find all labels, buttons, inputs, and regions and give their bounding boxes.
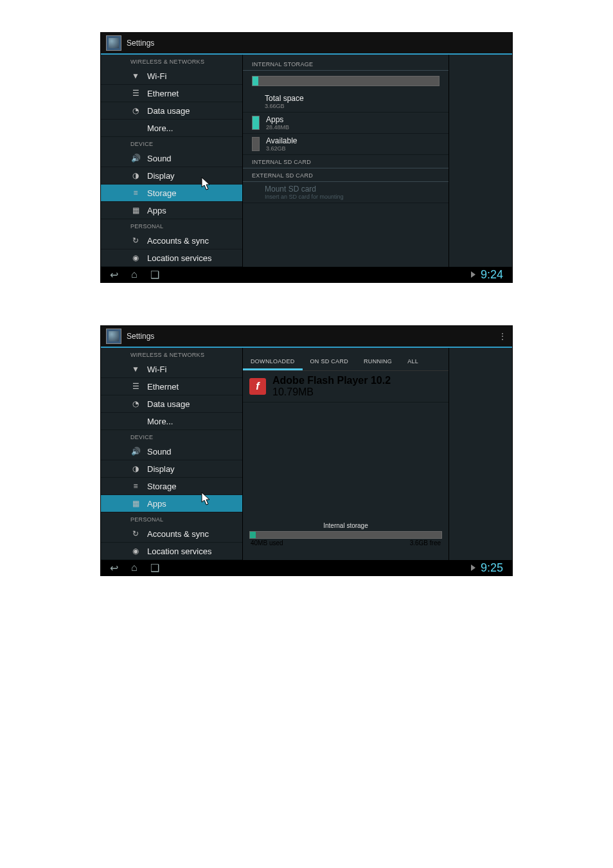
flash-icon: f <box>249 378 266 395</box>
sidebar-item-more[interactable]: More... <box>101 413 242 430</box>
apps-tabs: DOWNLOADEDON SD CARDRUNNINGALL <box>243 354 449 371</box>
sidebar-item-wifi[interactable]: ▼Wi-Fi <box>101 68 242 85</box>
sidebar-item-apps[interactable]: ▦Apps <box>101 495 242 512</box>
apps-icon: ▦ <box>130 498 141 509</box>
sidebar-item-label: Wi-Fi <box>147 365 166 374</box>
storage-icon: ≡ <box>130 188 141 198</box>
sidebar-item-eth[interactable]: ☰Ethernet <box>101 378 242 395</box>
sidebar-item-label: Sound <box>147 447 172 457</box>
section-header-external-sd: EXTERNAL SD CARD <box>243 168 449 182</box>
sidebar-category: WIRELESS & NETWORKS <box>101 55 242 68</box>
settings-sidebar: WIRELESS & NETWORKS▼Wi-Fi☰Ethernet◔Data … <box>101 348 243 560</box>
sidebar-item-label: Sound <box>147 154 172 163</box>
sidebar-item-more[interactable]: More... <box>101 120 242 137</box>
display-icon: ◑ <box>130 464 141 474</box>
sidebar-category: DEVICE <box>101 430 242 443</box>
back-button[interactable]: ↩ <box>110 269 118 281</box>
data-icon: ◔ <box>130 105 141 116</box>
storage-row-mount-sd: Mount SD cardInsert an SD card for mount… <box>243 182 449 203</box>
recents-button[interactable]: ❑ <box>150 562 159 574</box>
sidebar-item-label: Wi-Fi <box>147 71 166 81</box>
app-list-item[interactable]: fAdobe Flash Player 10.210.79MB <box>243 371 449 402</box>
sidebar-item-label: Storage <box>147 188 177 198</box>
sidebar-item-label: Display <box>147 171 175 181</box>
display-icon: ◑ <box>130 170 141 181</box>
storage-row-available[interactable]: Available3.62GB <box>243 134 449 155</box>
tab-all[interactable]: ALL <box>400 354 426 370</box>
settings-app-icon <box>106 35 121 51</box>
sidebar-item-label: Location services <box>147 253 211 263</box>
sidebar-item-label: Data usage <box>147 399 190 409</box>
blank-icon <box>130 416 141 426</box>
content-pane: DOWNLOADEDON SD CARDRUNNINGALLfAdobe Fla… <box>243 348 449 560</box>
storage-footer-bar <box>249 531 442 539</box>
sidebar-item-label: Ethernet <box>147 89 179 98</box>
action-bar: Settings ⋮ <box>101 326 512 348</box>
tab-on-sd-card[interactable]: ON SD CARD <box>303 354 357 370</box>
sidebar-item-display[interactable]: ◑Display <box>101 167 242 185</box>
sidebar-item-storage[interactable]: ≡Storage <box>101 185 242 202</box>
sidebar-item-data[interactable]: ◔Data usage <box>101 102 242 120</box>
loc-icon: ◉ <box>130 253 141 263</box>
storage-usage-bar <box>252 76 440 86</box>
storage-used-label: 40MB used <box>251 539 283 547</box>
action-bar: Settings <box>101 33 512 55</box>
app-title: Settings <box>127 332 154 341</box>
home-button[interactable]: ⌂ <box>131 562 138 574</box>
content-pane: INTERNAL STORAGE Total space3.66GB Apps2… <box>243 55 449 267</box>
sidebar-item-label: Apps <box>147 206 166 215</box>
system-bar: ↩ ⌂ ❑ 9:24 <box>101 267 512 282</box>
sidebar-item-storage[interactable]: ≡Storage <box>101 478 242 495</box>
sidebar-item-acct[interactable]: ↻Accounts & sync <box>101 525 242 543</box>
sidebar-item-sound[interactable]: 🔊Sound <box>101 150 242 167</box>
data-icon: ◔ <box>130 399 141 409</box>
clock[interactable]: 9:24 <box>481 268 503 282</box>
storage-row-apps[interactable]: Apps28.48MB <box>243 113 449 134</box>
home-button[interactable]: ⌂ <box>131 269 138 281</box>
sidebar-item-acct[interactable]: ↻Accounts & sync <box>101 232 242 249</box>
sidebar-item-label: Data usage <box>147 106 190 116</box>
section-header-internal-storage: INTERNAL STORAGE <box>243 57 449 71</box>
back-button[interactable]: ↩ <box>110 562 118 574</box>
tab-downloaded[interactable]: DOWNLOADED <box>243 354 303 370</box>
sidebar-item-eth[interactable]: ☰Ethernet <box>101 85 242 102</box>
sync-icon: ↻ <box>130 529 141 539</box>
sidebar-item-label: Location services <box>147 547 211 556</box>
sidebar-item-wifi[interactable]: ▼Wi-Fi <box>101 361 242 378</box>
sidebar-item-label: Apps <box>147 499 166 509</box>
sidebar-item-loc[interactable]: ◉Location services <box>101 249 242 267</box>
sidebar-item-apps[interactable]: ▦Apps <box>101 202 242 219</box>
eth-icon: ☰ <box>130 381 141 392</box>
notification-icon[interactable] <box>471 565 475 571</box>
sidebar-item-data[interactable]: ◔Data usage <box>101 395 242 413</box>
clock[interactable]: 9:25 <box>481 561 503 575</box>
sidebar-category: PERSONAL <box>101 219 242 232</box>
settings-app-icon <box>106 329 121 344</box>
apps-icon: ▦ <box>130 205 141 215</box>
apps-color-swatch <box>252 116 260 130</box>
sidebar-category: DEVICE <box>101 137 242 150</box>
tab-running[interactable]: RUNNING <box>356 354 400 370</box>
settings-sidebar: WIRELESS & NETWORKS▼Wi-Fi☰Ethernet◔Data … <box>101 55 243 267</box>
sidebar-item-label: More... <box>147 417 173 426</box>
blank-icon <box>130 123 141 133</box>
sidebar-item-sound[interactable]: 🔊Sound <box>101 443 242 460</box>
storage-footer: Internal storage 40MB used 3.6GB free <box>243 531 449 553</box>
section-header-internal-sd: INTERNAL SD CARD <box>243 155 449 168</box>
sidebar-item-display[interactable]: ◑Display <box>101 460 242 478</box>
available-color-swatch <box>252 137 260 151</box>
recents-button[interactable]: ❑ <box>150 269 159 281</box>
overflow-menu-icon[interactable]: ⋮ <box>498 335 507 338</box>
storage-row-total[interactable]: Total space3.66GB <box>243 91 449 113</box>
app-title: Settings <box>127 39 154 48</box>
wifi-icon: ▼ <box>130 71 141 81</box>
storage-free-label: 3.6GB free <box>410 539 441 547</box>
sync-icon: ↻ <box>130 235 141 246</box>
eth-icon: ☰ <box>130 88 141 98</box>
sidebar-item-loc[interactable]: ◉Location services <box>101 543 242 560</box>
sidebar-item-label: Display <box>147 464 175 474</box>
notification-icon[interactable] <box>471 271 475 278</box>
sidebar-category: WIRELESS & NETWORKS <box>101 348 242 361</box>
storage-icon: ≡ <box>130 481 141 491</box>
sound-icon: 🔊 <box>130 153 141 163</box>
